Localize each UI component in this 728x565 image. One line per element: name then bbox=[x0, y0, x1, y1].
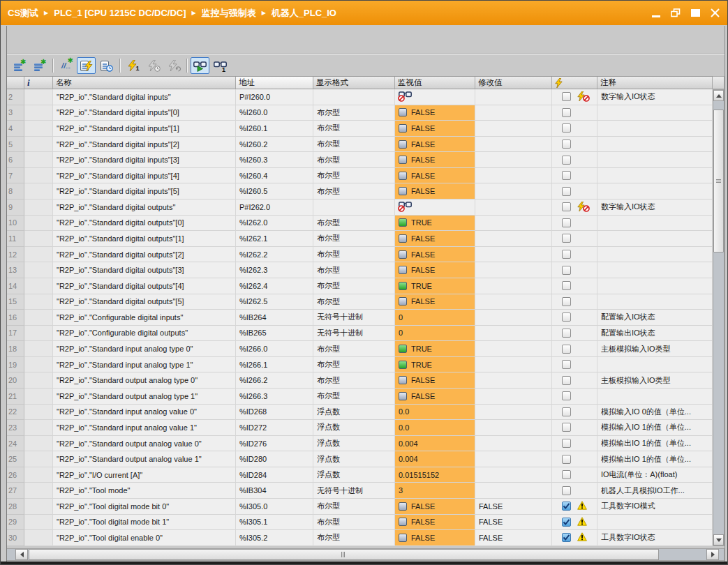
insert-row-button[interactable]: ✱ bbox=[10, 57, 29, 74]
tag-name-cell[interactable]: "R2P_io"."Standard input analog value 1" bbox=[53, 420, 236, 436]
modify-value-cell[interactable] bbox=[475, 357, 552, 373]
close-button[interactable] bbox=[709, 8, 720, 19]
display-format-cell[interactable]: 布尔型 bbox=[313, 530, 395, 546]
modify-value-cell[interactable] bbox=[475, 262, 552, 278]
display-format-cell[interactable]: 布尔型 bbox=[313, 152, 395, 168]
modify-enable-checkbox[interactable] bbox=[562, 423, 571, 432]
modify-value-cell[interactable] bbox=[475, 405, 552, 421]
tag-name-cell[interactable]: "R2P_io"."Configurable digital inputs" bbox=[53, 310, 236, 326]
modify-enable-checkbox[interactable] bbox=[562, 518, 571, 527]
tag-name-cell[interactable]: "R2P_io"."Standard output analog value 0… bbox=[53, 436, 236, 452]
modify-enable-checkbox[interactable] bbox=[562, 439, 571, 448]
column-header-monitor[interactable]: 监视值 bbox=[395, 77, 475, 89]
tag-name-cell[interactable]: "R2P_io"."Tool digital enable 0" bbox=[53, 530, 236, 546]
comment-cell[interactable] bbox=[597, 247, 713, 263]
tag-name-cell[interactable]: "R2P_io"."Standard output analog value 1… bbox=[53, 451, 236, 467]
monitor-value-cell[interactable]: 0.0 bbox=[395, 405, 475, 421]
address-cell[interactable]: %I260.0 bbox=[236, 105, 313, 121]
tag-name-cell[interactable]: "R2P_io"."Standard digital inputs"[3] bbox=[53, 152, 236, 168]
address-cell[interactable]: %ID268 bbox=[236, 405, 313, 421]
modify-enable-checkbox[interactable] bbox=[562, 171, 571, 180]
monitor-value-cell[interactable]: TRUE bbox=[395, 357, 475, 373]
tag-name-cell[interactable]: "R2P_io"."Tool digital mode bit 0" bbox=[53, 499, 236, 515]
address-cell[interactable]: %I266.2 bbox=[236, 372, 313, 389]
modify-enable-checkbox[interactable] bbox=[562, 123, 571, 133]
address-cell[interactable]: %I266.0 bbox=[236, 341, 313, 357]
tag-name-cell[interactable]: "R2P_io"."Standard input analog value 0" bbox=[53, 405, 236, 421]
monitor-value-cell[interactable]: FALSE bbox=[395, 247, 475, 263]
modify-enable-checkbox[interactable] bbox=[562, 533, 571, 542]
modify-enable-checkbox[interactable] bbox=[562, 297, 571, 306]
modify-value-cell[interactable] bbox=[475, 420, 552, 436]
modify-enable-checkbox[interactable] bbox=[562, 455, 571, 464]
tag-name-cell[interactable]: "R2P_io"."Standard digital inputs"[2] bbox=[53, 137, 236, 153]
monitor-value-cell[interactable]: FALSE bbox=[395, 183, 475, 199]
tag-name-cell[interactable]: "R2P_io"."Standard digital outputs"[2] bbox=[53, 247, 236, 263]
column-header-format[interactable]: 显示格式 bbox=[313, 77, 395, 89]
comment-cell[interactable] bbox=[597, 231, 713, 247]
column-header-trigger[interactable] bbox=[552, 77, 597, 89]
vertical-scrollbar[interactable] bbox=[713, 89, 725, 546]
breadcrumb-project[interactable]: CS测试 bbox=[8, 7, 38, 20]
modify-enable-checkbox[interactable] bbox=[562, 502, 571, 511]
comment-cell[interactable]: 配置输出IO状态 bbox=[597, 326, 713, 342]
tag-name-cell[interactable]: "R2P_io"."Standard digital outputs"[1] bbox=[53, 231, 236, 247]
minimize-button[interactable] bbox=[651, 8, 662, 19]
tag-name-cell[interactable]: "R2P_io"."Standard digital outputs"[5] bbox=[53, 294, 236, 310]
modify-value-cell[interactable] bbox=[475, 326, 552, 342]
modify-with-trigger-button[interactable] bbox=[144, 57, 163, 74]
breadcrumb-plc[interactable]: PLC_1 [CPU 1215C DC/DC/DC] bbox=[54, 8, 186, 18]
modify-value-cell[interactable] bbox=[475, 105, 552, 121]
breadcrumb-table-name[interactable]: 机器人_PLC_IO bbox=[272, 7, 336, 20]
comment-cell[interactable]: 主板模拟输入IO类型 bbox=[597, 341, 713, 357]
comment-cell[interactable] bbox=[597, 515, 713, 531]
comment-cell[interactable] bbox=[597, 389, 713, 405]
modify-enable-checkbox[interactable] bbox=[562, 250, 571, 259]
comment-cell[interactable]: 工具数字IO状态 bbox=[597, 530, 713, 546]
monitor-value-cell[interactable]: FALSE bbox=[395, 294, 475, 310]
column-header-address[interactable]: 地址 bbox=[236, 77, 313, 89]
modify-enable-checkbox[interactable] bbox=[562, 391, 571, 400]
monitor-value-button[interactable] bbox=[191, 57, 209, 74]
scroll-up-button[interactable] bbox=[713, 90, 724, 101]
monitor-all-button[interactable] bbox=[77, 57, 96, 74]
monitor-value-cell[interactable]: TRUE bbox=[395, 278, 475, 294]
display-format-cell[interactable]: 布尔型 bbox=[313, 231, 395, 247]
address-cell[interactable]: %IB264 bbox=[236, 310, 313, 326]
monitor-value-cell[interactable]: 0 bbox=[395, 310, 475, 326]
monitor-value-cell[interactable]: FALSE bbox=[395, 168, 475, 184]
modify-enable-checkbox[interactable] bbox=[562, 108, 571, 117]
modify-enable-checkbox[interactable] bbox=[562, 345, 571, 354]
comment-cell[interactable]: 数字输入IO状态 bbox=[597, 89, 713, 105]
monitor-value-cell[interactable]: FALSE bbox=[395, 121, 475, 137]
modify-value-cell[interactable] bbox=[475, 310, 552, 326]
modify-enable-checkbox[interactable] bbox=[562, 312, 571, 322]
monitor-value-cell[interactable]: FALSE bbox=[395, 152, 475, 168]
address-cell[interactable]: %I305.0 bbox=[236, 499, 313, 515]
tag-name-cell[interactable]: "R2P_io"."Standard digital inputs"[4] bbox=[53, 168, 236, 184]
comment-cell[interactable] bbox=[597, 278, 713, 294]
address-cell[interactable]: %I260.5 bbox=[236, 183, 313, 199]
display-format-cell[interactable]: 布尔型 bbox=[313, 357, 395, 373]
modify-enable-checkbox[interactable] bbox=[562, 329, 571, 338]
monitor-value-cell[interactable]: TRUE bbox=[395, 216, 475, 232]
modify-value-cell[interactable] bbox=[475, 389, 552, 405]
display-format-cell[interactable] bbox=[313, 199, 395, 216]
display-format-cell[interactable]: 布尔型 bbox=[313, 216, 395, 232]
comment-cell[interactable]: 数字输入IO状态 bbox=[597, 199, 713, 216]
display-format-cell[interactable]: 布尔型 bbox=[313, 105, 395, 121]
comment-cell[interactable] bbox=[597, 262, 713, 278]
address-cell[interactable]: %ID276 bbox=[236, 436, 313, 452]
display-format-cell[interactable]: 布尔型 bbox=[313, 168, 395, 184]
comment-cell[interactable] bbox=[597, 137, 713, 153]
modify-value-cell[interactable] bbox=[475, 278, 552, 294]
breadcrumb-watch-tables[interactable]: 监控与强制表 bbox=[202, 7, 256, 20]
modify-value-cell[interactable] bbox=[475, 247, 552, 263]
monitor-value-cell[interactable]: 3 bbox=[395, 483, 475, 499]
modify-value-cell[interactable] bbox=[475, 372, 552, 389]
tag-name-cell[interactable]: "R2P_io"."Standard input analog type 1" bbox=[53, 357, 236, 373]
address-cell[interactable]: %I266.3 bbox=[236, 389, 313, 405]
monitor-value-cell[interactable]: FALSE bbox=[395, 530, 475, 546]
display-format-cell[interactable]: 浮点数 bbox=[313, 467, 395, 483]
monitor-value-cell[interactable]: FALSE bbox=[395, 499, 475, 515]
